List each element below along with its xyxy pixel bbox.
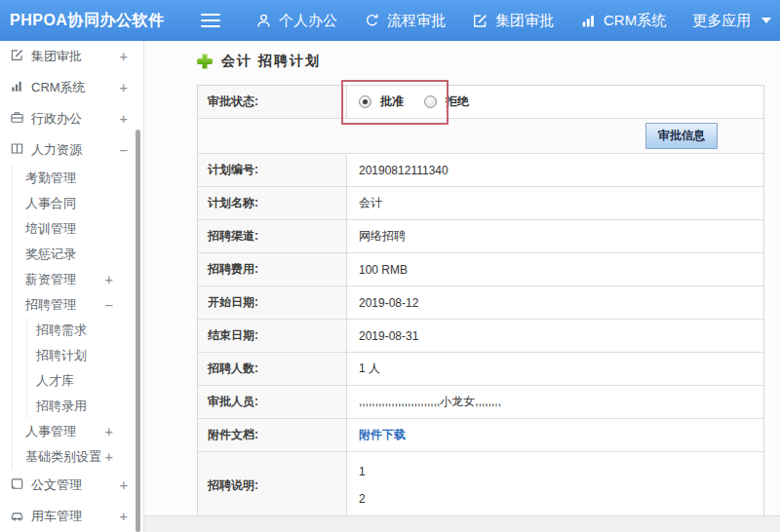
collapse-icon[interactable]: − <box>105 297 113 313</box>
chart-icon <box>580 13 597 29</box>
approval-status-radio-group: 批准 拒绝 <box>359 94 481 110</box>
sidebar-item-label: 集团审批 <box>31 48 82 65</box>
sidebar-item-talent-pool[interactable]: 人才库 <box>27 368 143 394</box>
sidebar-item-recruitment[interactable]: 招聘管理 − <box>13 292 143 318</box>
table-row-channel: 招聘渠道: 网络招聘 <box>198 220 763 253</box>
recruit-plan-detail-table: 审批状态: 批准 拒绝 审批信息 计划编号: 20190812111340 <box>197 85 764 519</box>
top-header: PHPOA协同办公软件 个人办公 流程审批 <box>0 0 780 41</box>
sidebar-item-label: 人力资源 <box>31 141 82 159</box>
field-value: 2019-08-12 <box>347 286 763 319</box>
plus-icon <box>197 54 213 69</box>
field-label: 审批人员: <box>198 386 347 418</box>
reject-radio-label: 拒绝 <box>446 94 469 110</box>
sidebar-item-label: 招聘管理 <box>25 296 76 314</box>
nav-crm-system[interactable]: CRM系统 <box>580 12 666 30</box>
field-label: 招聘费用: <box>198 253 347 285</box>
collapse-icon[interactable]: − <box>120 142 128 158</box>
nav-process-approval[interactable]: 流程审批 <box>364 12 446 30</box>
footer-strip <box>144 515 780 532</box>
page-title: 会计 招聘计划 <box>197 50 780 73</box>
sidebar-item-label: 用车管理 <box>31 508 82 525</box>
sidebar-item-personnel[interactable]: 人事管理 + <box>13 419 143 444</box>
main-content: 会计 招聘计划 审批状态: 批准 拒绝 审批信息 计划编号: <box>144 41 780 532</box>
sidebar-item-label: 人事管理 <box>25 423 76 440</box>
sidebar-item-vehicle[interactable]: 用车管理 + <box>0 501 143 532</box>
expand-icon[interactable]: + <box>120 111 128 127</box>
field-value: 1 人 <box>347 353 763 385</box>
sidebar-item-label: 招聘录用 <box>36 398 87 415</box>
field-value: 1 2 <box>347 452 763 518</box>
chart-icon <box>10 79 31 96</box>
sidebar-item-crm[interactable]: CRM系统 + <box>0 72 143 103</box>
field-label: 开始日期: <box>198 286 347 319</box>
field-label: 招聘人数: <box>198 353 347 385</box>
expand-icon[interactable]: + <box>120 80 128 95</box>
nav-label: 集团审批 <box>495 12 554 30</box>
nav-label: CRM系统 <box>604 12 666 30</box>
approval-status-row: 审批状态: 批准 拒绝 <box>198 86 763 119</box>
recruitment-submenu: 招聘需求 招聘计划 人才库 招聘录用 <box>26 318 143 419</box>
sidebar-item-hr[interactable]: 人力资源 − <box>0 134 143 166</box>
table-row-description: 招聘说明: 1 2 <box>198 452 763 518</box>
field-label: 招聘说明: <box>198 452 347 518</box>
sidebar-item-label: 奖惩记录 <box>25 246 76 263</box>
app-logo: PHPOA协同办公软件 <box>0 11 185 31</box>
sidebar-item-rewards[interactable]: 奖惩记录 <box>13 242 143 267</box>
field-label: 计划编号: <box>198 154 347 186</box>
edit-icon <box>10 48 31 65</box>
expand-icon[interactable]: + <box>105 272 113 287</box>
approve-radio[interactable] <box>359 95 371 108</box>
expand-icon[interactable]: + <box>120 509 128 524</box>
nav-label: 个人办公 <box>279 12 337 30</box>
caret-down-icon <box>761 18 771 23</box>
sidebar-item-training[interactable]: 培训管理 <box>13 216 143 242</box>
sidebar-item-label: 基础类别设置 <box>25 448 101 466</box>
field-label: 招聘渠道: <box>198 220 347 252</box>
approval-info-button[interactable]: 审批信息 <box>645 123 718 149</box>
sidebar-item-label: 薪资管理 <box>25 271 76 288</box>
field-value: 2019-08-31 <box>347 320 763 352</box>
table-row-headcount: 招聘人数: 1 人 <box>198 353 763 386</box>
hamburger-menu-icon[interactable] <box>201 14 220 27</box>
attachment-download-link[interactable]: 附件下载 <box>359 427 406 443</box>
edit-icon <box>472 13 488 29</box>
sidebar-item-group-approval[interactable]: 集团审批 + <box>0 41 143 72</box>
table-row-cost: 招聘费用: 100 RMB <box>198 253 763 286</box>
nav-label: 流程审批 <box>387 12 446 30</box>
person-icon <box>255 13 272 29</box>
field-value: 会计 <box>347 187 763 219</box>
nav-personal-office[interactable]: 个人办公 <box>255 12 337 30</box>
sidebar-item-salary[interactable]: 薪资管理 + <box>13 267 143 292</box>
sidebar-item-admin-office[interactable]: 行政办公 + <box>0 103 143 134</box>
sidebar-item-base-category[interactable]: 基础类别设置 + <box>13 444 143 470</box>
sidebar-item-documents[interactable]: 公文管理 + <box>0 470 143 501</box>
field-label: 审批状态: <box>198 86 347 118</box>
table-row-plan-number: 计划编号: 20190812111340 <box>198 154 763 187</box>
table-row-attachment: 附件文档: 附件下载 <box>198 419 763 452</box>
sidebar-item-recruit-demand[interactable]: 招聘需求 <box>27 318 143 343</box>
expand-icon[interactable]: + <box>120 49 128 64</box>
sidebar-item-label: 行政办公 <box>31 110 82 128</box>
reject-radio[interactable] <box>424 95 437 108</box>
sidebar-item-label: 人才库 <box>36 372 74 390</box>
car-icon <box>10 508 31 525</box>
sidebar: 集团审批 + CRM系统 + 行政办公 + 人力资源 − <box>0 41 144 532</box>
sidebar-scrollbar[interactable] <box>136 130 140 532</box>
sidebar-item-label: 考勤管理 <box>25 170 76 187</box>
sidebar-item-recruit-hire[interactable]: 招聘录用 <box>27 394 143 419</box>
hr-submenu: 考勤管理 人事合同 培训管理 奖惩记录 薪资管理 + 招聘管理 − 招聘需求 招… <box>12 166 143 470</box>
nav-group-approval[interactable]: 集团审批 <box>472 12 554 30</box>
sidebar-item-label: 招聘需求 <box>36 322 87 339</box>
expand-icon[interactable]: + <box>105 449 113 465</box>
sidebar-item-label: 培训管理 <box>25 220 76 238</box>
sidebar-item-attendance[interactable]: 考勤管理 <box>13 166 143 191</box>
expand-icon[interactable]: + <box>105 424 113 439</box>
book-icon <box>10 141 31 159</box>
expand-icon[interactable]: + <box>120 477 128 493</box>
sidebar-item-hr-contract[interactable]: 人事合同 <box>13 191 143 216</box>
sidebar-item-label: 招聘计划 <box>36 347 87 364</box>
nav-more-apps[interactable]: 更多应用 <box>692 12 771 30</box>
table-row-plan-name: 计划名称: 会计 <box>198 187 763 220</box>
field-label: 附件文档: <box>198 419 347 451</box>
sidebar-item-recruit-plan[interactable]: 招聘计划 <box>27 343 143 368</box>
